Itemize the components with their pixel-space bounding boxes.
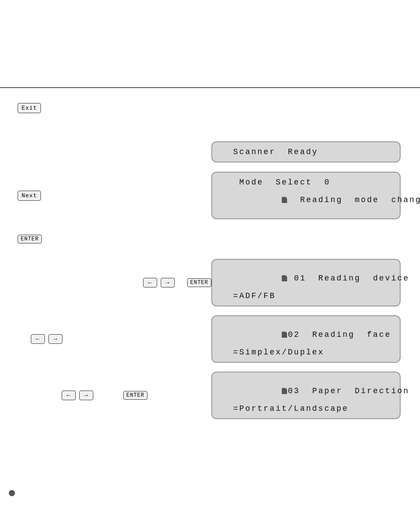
exit-button[interactable]: Exit: [18, 103, 41, 113]
arrow-right-button-2[interactable]: →: [48, 334, 63, 344]
paper-direction-display: 03 Paper Direction =Portrait/Landscape: [211, 372, 401, 419]
arrows-enter-reading-device-row: ← → ENTER 01 Reading device =ADF/FB: [18, 259, 402, 306]
arrow-right-button-1[interactable]: →: [161, 278, 175, 288]
reading-face-line1: 02 Reading face: [221, 321, 391, 348]
arrow-left-button-2[interactable]: ←: [31, 334, 45, 344]
enter1-row: ENTER: [18, 228, 402, 250]
reading-face-line2: =Simplex/Duplex: [221, 348, 391, 357]
reading-device-display: 01 Reading device =ADF/FB: [211, 259, 401, 306]
mode-select-line2: Reading mode change?: [221, 187, 391, 213]
arrow-left-button-1[interactable]: ←: [143, 278, 157, 288]
mode-select-display: Mode Select 0 Reading mode change?: [211, 172, 401, 219]
enter-button-2[interactable]: ENTER: [187, 278, 211, 287]
enter-button-3[interactable]: ENTER: [123, 391, 147, 400]
exit-row: Exit: [18, 97, 402, 119]
arrow-left-button-3[interactable]: ←: [62, 391, 76, 400]
arrows-reading-face-row: ← → 02 Reading face =Simplex/Duplex: [18, 315, 402, 363]
arrow-right-button-3[interactable]: →: [79, 391, 93, 400]
doc-icon-device: [282, 275, 287, 281]
paper-direction-line2: =Portrait/Landscape: [221, 404, 391, 413]
reading-face-display: 02 Reading face =Simplex/Duplex: [211, 315, 401, 363]
doc-icon-mode: [282, 197, 287, 203]
next-button[interactable]: Next: [18, 191, 41, 201]
scanner-ready-display: Scanner Ready: [211, 141, 401, 162]
paper-direction-line1: 03 Paper Direction: [221, 378, 391, 404]
reading-device-line1: 01 Reading device: [221, 265, 391, 291]
reading-device-line2: =ADF/FB: [221, 291, 391, 300]
scanner-ready-row: Scanner Ready: [18, 141, 402, 163]
bottom-bullet: [9, 490, 15, 496]
arrows-enter-paper-direction-row: ← → ENTER 03 Paper Direction =Portrait/L…: [18, 372, 402, 419]
mode-select-line1: Mode Select 0: [221, 178, 391, 187]
doc-icon-paper: [282, 388, 287, 394]
next-mode-select-row: Next Mode Select 0 Reading mode change?: [18, 172, 402, 219]
scanner-ready-line1: Scanner Ready: [221, 147, 391, 156]
enter-button-1[interactable]: ENTER: [18, 235, 42, 243]
doc-icon-face: [282, 332, 287, 338]
